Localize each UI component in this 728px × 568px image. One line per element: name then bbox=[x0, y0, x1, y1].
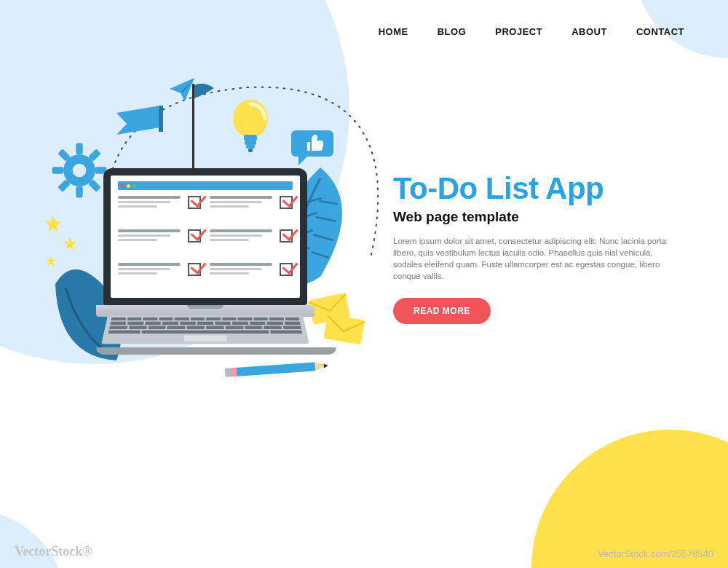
checkmark-icon bbox=[280, 196, 293, 209]
pencil-icon bbox=[222, 360, 331, 378]
bg-blob-yellow bbox=[531, 430, 728, 568]
checkmark-icon bbox=[188, 196, 201, 209]
bg-corner-bottom-left bbox=[0, 510, 66, 568]
laptop-screen-frame bbox=[103, 168, 307, 305]
laptop-base bbox=[96, 347, 336, 355]
laptop-screen bbox=[111, 175, 300, 298]
svg-marker-31 bbox=[324, 363, 328, 368]
main-nav: HOME BLOG PROJECT ABOUT CONTACT bbox=[379, 26, 684, 37]
nav-link-contact[interactable]: CONTACT bbox=[636, 26, 684, 37]
svg-rect-29 bbox=[225, 368, 232, 377]
watermark-text: VectorStock® bbox=[15, 544, 92, 559]
lightbulb-icon bbox=[229, 100, 272, 154]
nav-link-blog[interactable]: BLOG bbox=[438, 26, 467, 37]
hero-body: Lorem ipsum dolor sit amet, consectetur … bbox=[393, 235, 670, 282]
todo-item bbox=[118, 263, 201, 292]
envelope-icon bbox=[307, 293, 370, 344]
svg-rect-15 bbox=[246, 145, 255, 149]
hero-section: To-Do List App Web page template Lorem i… bbox=[393, 171, 684, 324]
laptop-keyboard bbox=[101, 315, 309, 344]
svg-rect-14 bbox=[245, 141, 256, 145]
checkmark-icon bbox=[188, 229, 201, 242]
todo-item bbox=[210, 263, 293, 292]
hero-illustration bbox=[44, 84, 379, 404]
svg-rect-11 bbox=[192, 84, 194, 171]
svg-point-9 bbox=[73, 164, 87, 178]
checkmark-icon bbox=[280, 229, 293, 242]
todo-list-grid bbox=[118, 196, 293, 292]
ribbon-icon bbox=[116, 106, 167, 141]
star-icon bbox=[63, 237, 77, 251]
hero-subtitle: Web page template bbox=[393, 209, 684, 225]
hero-title: To-Do List App bbox=[393, 171, 684, 206]
laptop-illustration bbox=[96, 168, 314, 355]
svg-rect-16 bbox=[248, 149, 253, 152]
nav-link-project[interactable]: PROJECT bbox=[495, 26, 542, 37]
svg-rect-27 bbox=[234, 362, 316, 376]
todo-item bbox=[118, 196, 201, 225]
todo-item bbox=[210, 196, 293, 225]
svg-rect-13 bbox=[244, 135, 257, 141]
checkmark-icon bbox=[280, 263, 293, 276]
nav-link-about[interactable]: ABOUT bbox=[571, 26, 607, 37]
nav-link-home[interactable]: HOME bbox=[379, 26, 408, 37]
read-more-button[interactable]: READ MORE bbox=[393, 298, 491, 324]
app-window-bar bbox=[118, 181, 293, 190]
checkmark-icon bbox=[188, 263, 201, 276]
star-icon bbox=[44, 215, 63, 234]
flag-icon bbox=[189, 84, 215, 171]
svg-rect-1 bbox=[76, 143, 82, 155]
svg-rect-2 bbox=[76, 186, 82, 198]
todo-item bbox=[118, 229, 201, 259]
svg-rect-3 bbox=[52, 167, 64, 173]
todo-item bbox=[210, 229, 293, 259]
svg-rect-10 bbox=[159, 106, 163, 132]
thumbs-up-bubble-icon bbox=[291, 127, 333, 165]
image-id-text: VectorStock.com/25578540 bbox=[598, 548, 713, 559]
